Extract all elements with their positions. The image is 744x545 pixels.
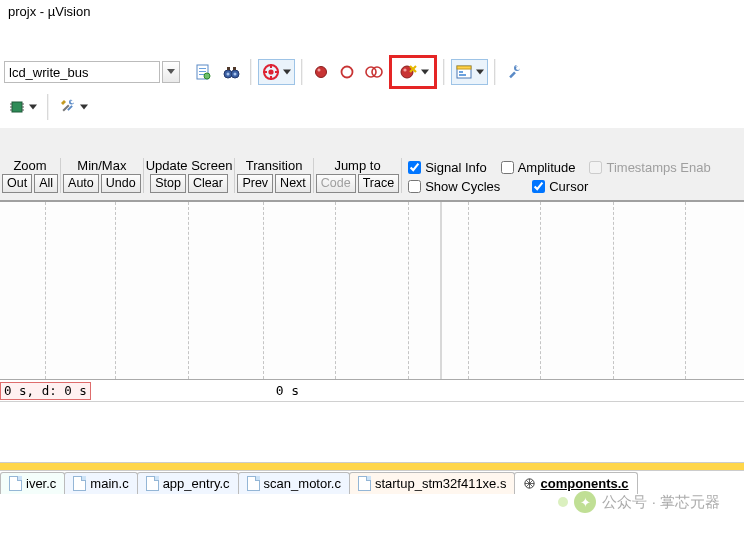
update-screen-group: Update Screen Stop Clear (144, 158, 236, 193)
c-file-icon (146, 476, 159, 491)
clear-button[interactable]: Clear (188, 174, 228, 193)
time-status-bar: 0 s, d: 0 s 0 s (0, 380, 744, 402)
minmax-group: Min/Max Auto Undo (61, 158, 144, 193)
watermark: ✦ 公众号 · 掌芯元器 (558, 491, 720, 513)
timestamps-check: Timestamps Enab (589, 160, 710, 175)
transition-group: Transition Prev Next (235, 158, 313, 193)
update-label: Update Screen (146, 158, 233, 173)
auto-button[interactable]: Auto (63, 174, 99, 193)
tab-label: main.c (90, 476, 128, 491)
tab-label: scan_motor.c (264, 476, 341, 491)
title-bar: projx - µVision (0, 0, 744, 26)
tab-label: app_entry.c (163, 476, 230, 491)
undo-button[interactable]: Undo (101, 174, 141, 193)
separator (443, 59, 445, 85)
document-icon-button[interactable] (190, 59, 216, 85)
separator (250, 59, 252, 85)
window-title: projx - µVision (8, 4, 90, 19)
red-dot-x-icon (399, 63, 417, 81)
wrench-icon (506, 63, 524, 81)
highlighted-toolbar-item (389, 55, 437, 89)
trace-button[interactable]: Trace (358, 174, 400, 193)
configure-button[interactable] (502, 59, 528, 85)
show-cycles-check[interactable]: Show Cycles (408, 179, 518, 194)
red-dot-icon (313, 64, 329, 80)
svg-point-18 (318, 69, 321, 72)
tab-label: startup_stm32f411xe.s (375, 476, 507, 491)
c-file-icon (9, 476, 22, 491)
prev-button[interactable]: Prev (237, 174, 273, 193)
jump-group: Jump to Code Trace (314, 158, 402, 193)
separator (494, 59, 496, 85)
chevron-down-icon (29, 105, 37, 110)
timestamps-checkbox (589, 161, 602, 174)
svg-rect-28 (459, 71, 463, 73)
svg-rect-10 (233, 67, 236, 70)
chip-button[interactable] (4, 94, 41, 120)
svg-rect-30 (509, 71, 516, 78)
file-tab[interactable]: main.c (64, 472, 137, 494)
svg-point-7 (227, 73, 230, 76)
time-center-readout: 0 s (91, 383, 484, 398)
debug-target-button[interactable] (258, 59, 295, 85)
time-cursor-readout: 0 s, d: 0 s (0, 382, 91, 400)
breakpoint-disable-button[interactable] (361, 59, 387, 85)
zoom-all-button[interactable]: All (34, 174, 58, 193)
svg-rect-1 (199, 68, 206, 69)
panel-header-gap (0, 128, 744, 156)
stop-button[interactable]: Stop (150, 174, 186, 193)
binoculars-icon-button[interactable] (218, 59, 244, 85)
svg-point-12 (268, 69, 273, 74)
tab-strip-bg (0, 462, 744, 471)
separator (301, 59, 303, 85)
watermark-text: 公众号 · 掌芯元器 (602, 493, 720, 512)
breakpoint-toggle-button[interactable] (335, 59, 359, 85)
red-circle-icon (339, 64, 355, 80)
svg-point-17 (316, 67, 327, 78)
amplitude-checkbox[interactable] (501, 161, 514, 174)
file-tab[interactable]: app_entry.c (137, 472, 239, 494)
svg-rect-9 (227, 67, 230, 70)
tab-label: components.c (540, 476, 628, 491)
search-dropdown[interactable] (162, 61, 180, 83)
amplitude-check[interactable]: Amplitude (501, 160, 576, 175)
svg-point-23 (403, 68, 406, 71)
document-icon (194, 63, 212, 81)
waveform-view[interactable] (0, 202, 744, 380)
c-file-icon (247, 476, 260, 491)
window-layout-button[interactable] (451, 59, 488, 85)
signal-info-checkbox[interactable] (408, 161, 421, 174)
signal-info-check[interactable]: Signal Info (408, 160, 486, 175)
code-button[interactable]: Code (316, 174, 356, 193)
window-icon (455, 63, 473, 81)
tools-button[interactable] (55, 94, 92, 120)
minmax-label: Min/Max (77, 158, 126, 173)
cursor-check[interactable]: Cursor (532, 179, 588, 194)
c-file-icon (73, 476, 86, 491)
display-options: Signal Info Amplitude Timestamps Enab Sh… (402, 158, 744, 196)
breakpoint-insert-button[interactable] (309, 59, 333, 85)
watermark-dot-icon (558, 497, 568, 507)
file-tab[interactable]: startup_stm32f411xe.s (349, 472, 516, 494)
empty-area (0, 402, 744, 462)
cursor-checkbox[interactable] (532, 180, 545, 193)
show-cycles-checkbox[interactable] (408, 180, 421, 193)
svg-point-8 (234, 73, 237, 76)
symbol-search-input[interactable] (4, 61, 160, 83)
breakpoint-kill-button[interactable] (393, 59, 433, 85)
wechat-icon: ✦ (574, 491, 596, 513)
chevron-down-icon (421, 70, 429, 75)
file-tab[interactable]: iver.c (0, 472, 65, 494)
asm-file-icon (358, 476, 371, 491)
tools-icon (59, 98, 77, 116)
file-tab[interactable]: scan_motor.c (238, 472, 350, 494)
separator (47, 94, 49, 120)
next-button[interactable]: Next (275, 174, 311, 193)
svg-rect-2 (199, 71, 206, 72)
panel-divider[interactable] (440, 202, 442, 379)
component-icon (523, 477, 536, 490)
zoom-out-button[interactable]: Out (2, 174, 32, 193)
binoculars-icon (222, 63, 240, 81)
chevron-down-icon (283, 70, 291, 75)
secondary-toolbar (0, 90, 744, 124)
